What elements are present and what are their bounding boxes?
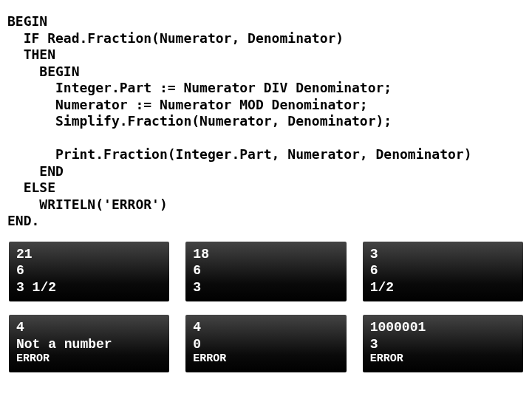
code-line: END. (7, 213, 39, 228)
input-2: Not a number (16, 336, 162, 353)
example-cell: 3 6 1/2 (363, 242, 523, 302)
example-cell: 4 0 ERROR (185, 315, 346, 372)
code-line: IF Read.Fraction(Numerator, Denominator) (7, 30, 344, 46)
code-line: BEGIN (7, 13, 47, 29)
input-1: 21 (16, 246, 162, 263)
input-1: 4 (193, 319, 338, 336)
input-2: 3 (370, 336, 516, 353)
code-line: Print.Fraction(Integer.Part, Numerator, … (7, 146, 472, 162)
code-line: THEN (7, 47, 55, 62)
example-cell: 1000001 3 ERROR (363, 315, 523, 372)
output: 1/2 (370, 279, 516, 296)
example-cell: 4 Not a number ERROR (9, 315, 169, 372)
input-1: 3 (370, 246, 516, 263)
example-cell: 21 6 3 1/2 (9, 242, 169, 302)
input-2: 6 (193, 262, 338, 279)
example-cell: 18 6 3 (185, 242, 346, 302)
examples-grid: 21 6 3 1/2 18 6 3 3 6 1/2 4 Not a number… (7, 242, 525, 372)
input-2: 6 (16, 262, 162, 279)
input-1: 1000001 (370, 319, 516, 336)
input-2: 0 (193, 336, 338, 353)
output: ERROR (193, 352, 338, 366)
input-2: 6 (370, 262, 516, 279)
output: 3 1/2 (16, 279, 162, 296)
input-1: 4 (16, 319, 162, 336)
code-block: BEGIN IF Read.Fraction(Numerator, Denomi… (7, 13, 525, 230)
code-line: ELSE (7, 180, 55, 195)
output: 3 (193, 279, 338, 296)
code-line: WRITELN('ERROR') (7, 197, 168, 212)
code-line: Integer.Part := Numerator DIV Denominato… (7, 80, 392, 95)
code-line: END (7, 163, 64, 179)
code-line: Simplify.Fraction(Numerator, Denominator… (7, 113, 392, 129)
input-1: 18 (193, 246, 338, 263)
output: ERROR (16, 352, 162, 366)
code-line: BEGIN (7, 64, 80, 79)
code-line: Numerator := Numerator MOD Denominator; (7, 97, 368, 112)
output: ERROR (370, 352, 516, 366)
